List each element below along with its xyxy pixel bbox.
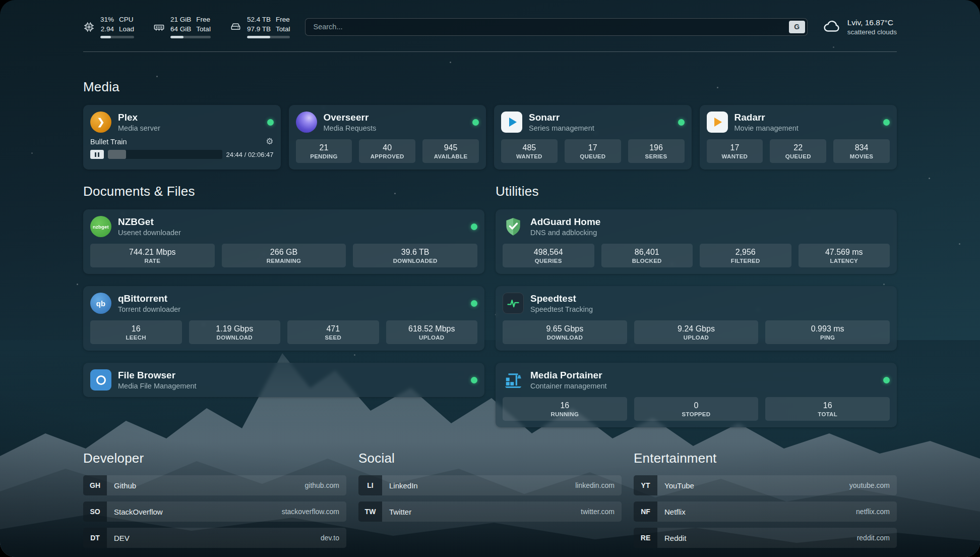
stat-wanted: 485 WANTED — [501, 139, 558, 163]
weather-condition: scattered clouds — [847, 28, 897, 36]
bookmark-url: netflix.com — [856, 508, 890, 516]
stat-pending: 21 PENDING — [296, 139, 352, 163]
status-dot — [267, 119, 274, 126]
disk-free-label: Free — [276, 15, 290, 24]
service-name-adguard[interactable]: AdGuard Home — [530, 216, 600, 228]
section-title-documents: Documents & Files — [83, 184, 484, 199]
bookmark-netflix[interactable]: NF Netflix netflix.com — [634, 502, 897, 522]
stat-stopped: 0 STOPPED — [634, 397, 759, 421]
section-title-social: Social — [358, 451, 622, 466]
stat-queries: 498,564 QUERIES — [503, 244, 594, 267]
pause-button[interactable] — [90, 150, 104, 159]
stat-queued: 22 QUEUED — [770, 139, 826, 163]
bookmark-name: LinkedIn — [389, 481, 418, 490]
resource-widgets: 31% CPU 2.94 Load — [83, 15, 290, 38]
stat-rate: 744.21 Mbps RATE — [90, 244, 215, 267]
card-filebrowser: File Browser Media File Management — [83, 363, 484, 397]
cpu-widget: 31% CPU 2.94 Load — [83, 15, 134, 38]
bookmark-abbr: YT — [634, 475, 657, 495]
card-adguard: AdGuard Home DNS and adblocking 498,564 … — [496, 209, 897, 274]
bookmark-url: reddit.com — [857, 534, 890, 542]
bookmark-name: DEV — [114, 534, 130, 542]
bookmark-abbr: DT — [83, 528, 107, 548]
service-subtitle-adguard: DNS and adblocking — [530, 229, 600, 237]
bookmark-group-social: Social LI LinkedIn linkedin.com TW Twitt… — [358, 451, 622, 548]
service-name-filebrowser[interactable]: File Browser — [118, 370, 197, 381]
stat-approved: 40 APPROVED — [359, 139, 415, 163]
section-documents: Documents & Files nzbget NZBGet Usenet d… — [83, 184, 484, 427]
section-utilities: Utilities — [496, 184, 897, 427]
bookmark-stackoverflow[interactable]: SO StackOverflow stackoverflow.com — [83, 502, 346, 522]
service-name-sonarr[interactable]: Sonarr — [529, 112, 594, 123]
service-name-portainer[interactable]: Media Portainer — [530, 370, 607, 381]
bookmark-abbr: LI — [358, 475, 382, 495]
card-radarr: Radarr Movie management 17 WANTED 22 QUE… — [700, 105, 897, 170]
disk-progress-bar — [247, 36, 290, 38]
bookmark-abbr: NF — [634, 502, 657, 522]
card-portainer: Media Portainer Container management 16 … — [496, 363, 897, 427]
service-subtitle-qbittorrent: Torrent downloader — [118, 305, 180, 313]
gear-icon[interactable]: ⚙ — [266, 137, 273, 146]
service-name-radarr[interactable]: Radarr — [734, 112, 799, 123]
cpu-load-label: Load — [119, 25, 134, 34]
section-title-developer: Developer — [83, 451, 346, 466]
bookmark-url: youtube.com — [849, 481, 890, 489]
stat-downloaded: 39.6 TB DOWNLOADED — [353, 244, 477, 267]
card-sonarr: Sonarr Series management 485 WANTED 17 Q… — [494, 105, 692, 170]
memory-widget: 21 GiB Free 64 GiB Total — [153, 15, 211, 38]
bookmark-abbr: RE — [634, 528, 657, 548]
section-title-media: Media — [83, 79, 897, 95]
cpu-load-value: 2.94 — [100, 25, 114, 34]
playback-progress-bar[interactable] — [108, 150, 222, 159]
status-dot — [471, 377, 477, 383]
service-name-qbittorrent[interactable]: qBittorrent — [118, 293, 180, 304]
bookmark-youtube[interactable]: YT YouTube youtube.com — [634, 475, 897, 495]
bookmark-linkedin[interactable]: LI LinkedIn linkedin.com — [358, 475, 622, 495]
status-dot — [883, 119, 890, 126]
disk-total-label: Total — [276, 25, 290, 34]
search-input[interactable] — [305, 18, 807, 36]
stat-running: 16 RUNNING — [503, 397, 627, 421]
card-speedtest: Speedtest Speedtest Tracking 9.65 Gbps D… — [496, 286, 897, 351]
bookmark-group-entertainment: Entertainment YT YouTube youtube.com NF … — [634, 451, 897, 548]
cpu-usage-value: 31% — [100, 15, 114, 24]
stat-remaining: 266 GB REMAINING — [222, 244, 346, 267]
bookmark-twitter[interactable]: TW Twitter twitter.com — [358, 502, 622, 522]
bookmark-github[interactable]: GH Github github.com — [83, 475, 346, 495]
service-subtitle-plex: Media server — [118, 124, 160, 132]
bookmark-name: YouTube — [664, 481, 694, 490]
bookmarks-area: Developer GH Github github.com SO StackO… — [83, 451, 897, 548]
cpu-progress-bar — [100, 36, 134, 38]
bookmark-abbr: TW — [358, 502, 382, 522]
plex-icon: ❯ — [90, 112, 111, 133]
disk-total-value: 97.9 TB — [247, 25, 271, 34]
search-provider-button[interactable]: G — [789, 21, 805, 33]
bookmark-reddit[interactable]: RE Reddit reddit.com — [634, 528, 897, 548]
sonarr-icon — [501, 112, 522, 133]
service-name-nzbget[interactable]: NZBGet — [118, 216, 181, 228]
bookmark-dev[interactable]: DT DEV dev.to — [83, 528, 346, 548]
bookmark-abbr: SO — [83, 502, 107, 522]
stat-movies: 834 MOVIES — [833, 139, 890, 163]
card-nzbget: nzbget NZBGet Usenet downloader 744.21 M… — [83, 209, 484, 274]
section-title-entertainment: Entertainment — [634, 451, 897, 466]
header-divider — [83, 51, 897, 52]
service-subtitle-overseerr: Media Requests — [324, 124, 377, 132]
bookmark-url: linkedin.com — [575, 481, 615, 489]
stat-upload: 9.24 Gbps UPLOAD — [634, 320, 759, 344]
service-name-plex[interactable]: Plex — [118, 112, 160, 123]
stat-series: 196 SERIES — [628, 139, 685, 163]
stat-wanted: 17 WANTED — [707, 139, 763, 163]
snow-particles — [0, 0, 2, 2]
disk-icon — [230, 21, 241, 33]
bookmark-url: github.com — [305, 481, 339, 489]
service-subtitle-portainer: Container management — [530, 382, 607, 390]
now-playing-title: Bullet Train — [90, 138, 127, 146]
service-name-overseerr[interactable]: Overseerr — [324, 112, 377, 123]
nzbget-icon: nzbget — [90, 216, 111, 237]
service-subtitle-sonarr: Series management — [529, 124, 594, 132]
service-name-speedtest[interactable]: Speedtest — [530, 293, 593, 304]
bookmark-url: twitter.com — [581, 508, 615, 516]
bookmark-url: dev.to — [321, 534, 339, 542]
status-dot — [472, 119, 479, 126]
